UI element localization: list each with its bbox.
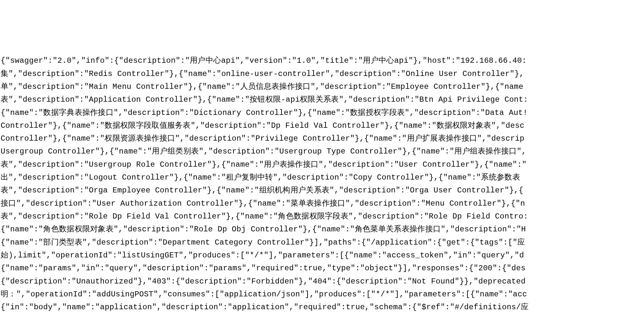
swagger-json-output: {"swagger":"2.0","info":{"description":"… xyxy=(1,54,643,316)
